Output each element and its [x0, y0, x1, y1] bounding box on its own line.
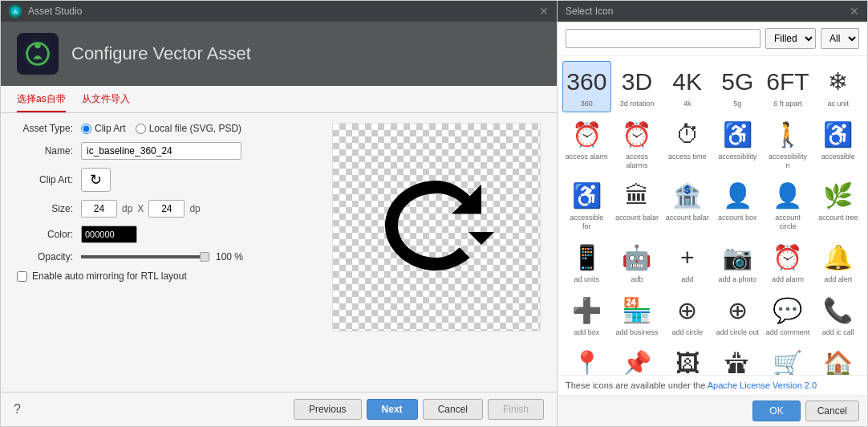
icon-item-add_business[interactable]: 🏪add business: [613, 290, 662, 341]
icon-item-add_photo_alt[interactable]: 🖼add photo alt: [663, 343, 712, 375]
help-button[interactable]: ?: [14, 402, 21, 417]
icon-item-add_road[interactable]: 🛣add road: [713, 343, 762, 375]
icon-symbol-3d_rotation: 3D: [622, 67, 652, 97]
icon-label-account_tree: account tree: [818, 214, 858, 222]
all-filter[interactable]: All: [821, 28, 859, 49]
icon-item-account_tree[interactable]: 🌿account tree: [813, 175, 862, 235]
icon-item-add_circle[interactable]: ⊕add circle: [663, 290, 712, 341]
finish-button[interactable]: Finish: [488, 399, 544, 420]
icon-item-add_comment[interactable]: 💬add comment: [764, 290, 813, 341]
asset-studio-panel: A Asset Studio ✕ Configure Vector Asset …: [0, 0, 558, 427]
icon-item-accessible[interactable]: ♿accessible: [813, 114, 862, 174]
size-width-input[interactable]: [81, 200, 117, 218]
icon-item-360[interactable]: 360360: [562, 61, 611, 112]
icon-item-accessibility_n[interactable]: 🚶accessibility n: [764, 114, 813, 174]
size-inputs: dp X dp: [81, 200, 201, 218]
ok-button[interactable]: OK: [752, 401, 800, 421]
preview-area: [332, 123, 541, 331]
select-icon-close[interactable]: ✕: [850, 5, 859, 18]
icon-item-add_a_photo[interactable]: 📷add a photo: [713, 237, 762, 288]
svg-text:A: A: [14, 9, 18, 14]
form-area: Asset Type: Clip Art Local file (SVG, PS…: [1, 113, 557, 392]
icon-item-ad_units[interactable]: 📱ad units: [562, 237, 611, 288]
previous-button[interactable]: Previous: [294, 399, 362, 420]
icon-item-add_shopping[interactable]: 🛒add shopping: [764, 343, 813, 375]
icon-item-adb[interactable]: 🤖adb: [613, 237, 662, 288]
icon-item-add_location[interactable]: 📍add location: [562, 343, 611, 375]
license-link[interactable]: Apache License Version 2.0: [708, 380, 817, 390]
icon-symbol-add_a_photo: 📷: [722, 242, 752, 273]
svg-marker-5: [468, 232, 494, 245]
cancel-button[interactable]: Cancel: [423, 399, 483, 420]
size-dp-label1: dp: [122, 203, 132, 214]
icons-grid: 3603603D3d rotation4K4k5G5g6FT6 ft apart…: [558, 56, 867, 375]
local-file-radio[interactable]: [136, 124, 146, 134]
icon-item-add_location2[interactable]: 📌add location: [613, 343, 662, 375]
icon-item-add_alarm[interactable]: ⏰add alarm: [764, 237, 813, 288]
icon-symbol-add_circle: ⊕: [672, 295, 703, 326]
icon-item-access_alarms[interactable]: ⏰access alarms: [613, 114, 662, 174]
color-value: 000000: [85, 230, 115, 239]
icon-item-add_box[interactable]: ➕add box: [562, 290, 611, 341]
icon-label-add_business: add business: [615, 328, 658, 337]
icon-item-add[interactable]: +add: [663, 237, 712, 288]
icon-item-account_box[interactable]: 👤account box: [713, 175, 762, 235]
icon-symbol-access_alarms: ⏰: [622, 120, 652, 150]
name-row: Name:: [17, 142, 319, 160]
icon-symbol-access_time: ⏱: [672, 120, 703, 150]
auto-mirror-checkbox[interactable]: [17, 271, 27, 282]
clip-art-option[interactable]: Clip Art: [81, 123, 126, 134]
asset-type-label: Asset Type:: [17, 123, 73, 134]
size-height-input[interactable]: [148, 200, 185, 218]
icon-label-add_a_photo: add a photo: [719, 275, 757, 284]
color-picker[interactable]: 000000: [81, 226, 137, 243]
search-input[interactable]: [566, 29, 761, 48]
name-input[interactable]: [81, 142, 241, 160]
icon-item-4k[interactable]: 4K4k: [663, 61, 712, 112]
local-file-option[interactable]: Local file (SVG, PSD): [136, 123, 241, 134]
icon-item-ac_unit[interactable]: ❄ac unit: [813, 61, 862, 112]
clip-art-button[interactable]: ↺: [81, 168, 111, 192]
icon-symbol-accessible: ♿: [823, 120, 854, 150]
icon-item-accessible_for[interactable]: ♿accessible for: [562, 175, 611, 235]
clip-art-radio[interactable]: [81, 124, 91, 134]
icon-item-add_alert[interactable]: 🔔add alert: [813, 237, 862, 288]
icon-item-add_to_home[interactable]: 🏠add to home: [813, 343, 862, 375]
opacity-row: Opacity: 100 %: [17, 251, 319, 262]
asset-studio-close[interactable]: ✕: [539, 5, 549, 18]
asset-type-group: Clip Art Local file (SVG, PSD): [81, 123, 241, 134]
opacity-slider[interactable]: [81, 255, 209, 258]
icon-item-account_balance[interactable]: 🏛account balar: [613, 175, 662, 235]
icon-symbol-account_box: 👤: [722, 181, 752, 211]
icon-cancel-button[interactable]: Cancel: [805, 401, 859, 421]
icon-symbol-accessibility: ♿: [722, 120, 752, 150]
icon-label-access_time: access time: [668, 152, 707, 161]
tab-clip-art[interactable]: 选择as自带: [17, 92, 66, 112]
filled-filter[interactable]: Filled: [765, 28, 816, 49]
icon-item-access_time[interactable]: ⏱access time: [663, 114, 712, 174]
icon-label-add_circle_out: add circle out: [716, 328, 760, 337]
icon-symbol-add_business: 🏪: [622, 295, 652, 326]
icon-symbol-6ft_apart: 6FT: [773, 67, 803, 97]
tab-local-file[interactable]: 从文件导入: [82, 92, 130, 112]
select-icon-panel: Select Icon ✕ Filled All 3603603D3d rota…: [558, 0, 868, 427]
clip-art-symbol: ↺: [90, 171, 102, 189]
icon-symbol-add: +: [672, 242, 703, 273]
icon-label-accessible_for: accessible for: [565, 214, 609, 231]
icon-item-account_balance2[interactable]: 🏦account balar: [663, 175, 712, 235]
icon-item-accessibility[interactable]: ♿accessibility: [713, 114, 762, 174]
color-label: Color:: [17, 229, 73, 240]
next-button[interactable]: Next: [367, 399, 418, 420]
icon-item-3d_rotation[interactable]: 3D3d rotation: [613, 61, 662, 112]
icon-item-5g[interactable]: 5G5g: [713, 61, 762, 112]
icon-item-access_alarm[interactable]: ⏰access alarm: [562, 114, 611, 174]
icon-item-6ft_apart[interactable]: 6FT6 ft apart: [764, 61, 813, 112]
icon-item-add_circle_out[interactable]: ⊕add circle out: [713, 290, 762, 341]
icon-item-add_ic_call[interactable]: 📞add ic call: [813, 290, 862, 341]
icon-symbol-account_balance: 🏛: [622, 181, 652, 211]
clip-art-label: Clip Art:: [17, 174, 73, 185]
icon-symbol-add_road: 🛣: [722, 348, 752, 375]
icon-label-access_alarm: access alarm: [566, 152, 608, 161]
icon-item-account_circle[interactable]: 👤account circle: [764, 175, 813, 235]
icon-label-ac_unit: ac unit: [827, 100, 849, 108]
